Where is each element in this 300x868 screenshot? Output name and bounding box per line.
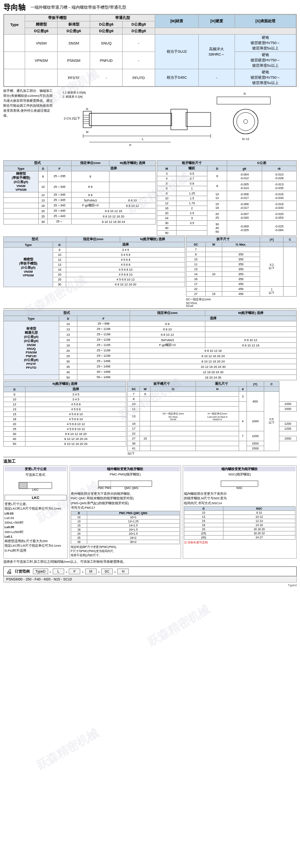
t1-350b: 350 [222,257,260,262]
s-d50: 50 [59,375,77,380]
h-d4a: 4 [239,412,247,431]
f-295: 25～295 [48,171,71,182]
p16: 2 [177,206,207,211]
d30-50: 304050 [207,221,227,236]
p20: 2.5 [177,211,207,216]
f-345c: 25～345 [48,198,71,203]
pmc-r3: 15 [71,524,87,528]
type-empty-row6 [4,219,39,225]
left-table-wrapper: 型式 指定单位1mm M(粗牙螺纹) 选择 Type D F 选择 [3,160,156,236]
nsc-th-d: D [184,506,223,510]
type-empty1 [25,69,58,87]
lkc-code: LKC [5,495,67,501]
p3: 0.5 [177,171,207,176]
h-sc8: 8 [128,397,140,402]
pmc-r7: 30 [71,540,87,544]
h-w-empty3 [140,402,151,407]
svg-point-20 [233,109,258,134]
g6-tol5: -0.007-0.020 [227,211,262,221]
h-H-note: H一指定单位1mmL≥H+d/2+6+Nx2.5H≥d/2+2 [196,412,239,421]
svg-text:QMC QMS: QMC QMS [124,487,139,490]
th-unit: 指定单位1mm [71,161,109,166]
sc17: 17 [186,282,206,287]
s-d40: 40 [59,370,77,375]
type-psnsm: PSNSM [58,52,90,69]
nsc-v6: 18 20 22 [223,531,295,535]
m6: 6 [157,186,177,191]
s-f1198a: 25～1198 [77,327,130,332]
svg-text:2-C0.2以下: 2-C0.2以下 [64,117,80,120]
d-25: 25 [38,214,48,219]
table-row4: N(粗牙螺纹) 选择 D 选择 83 4 5 103 4 5 124 5 6 8… [3,381,297,456]
sc11: 11 [186,262,206,267]
d20-25: 2025 [207,211,227,221]
svg-text:L: L [142,137,144,141]
g6-tol4: -0.006-0.017 [227,201,262,211]
p30: 3.5 [177,221,207,226]
pmc-desc: 将外螺纹部分变更为下表所示的细牙螺纹。 PMC-QMC:和组末螺纹的细牙螺纹细牙… [71,491,180,510]
th-type-n2: Type [4,242,53,248]
h-w-empty8 [140,431,151,436]
dash5: - [114,569,116,574]
left-text-content: 扳手槽、通孔加工部分、轴端加工部分(有效螺纹处±10mm)可抗击因为退火效应而导… [3,89,53,118]
pmc-v1: 10×1 [87,515,179,519]
sn-d15: 15 [4,412,26,417]
lkc-diagram: LKC [5,478,67,494]
nsc-section: 端内螺纹变更为细牙螺纹 NSC(细牙螺纹) NSC 端内螺纹部分变更为下表所示 … [183,466,297,559]
th-c2 [284,242,297,247]
table-row1: 型式 指定单位1mm M(粗牙螺纹) 选择 Type D F 选择 [3,160,297,236]
type-snuq: SNUQ [90,35,123,52]
svg-text:NSC: NSC [237,487,243,489]
th-m-choose: 选择 [71,166,156,171]
sc27: 27 [186,292,206,297]
std-handle-hole-table: 扳手槽尺寸 通孔尺寸 (Y) C SC W t1 H d [127,381,297,451]
h-w-empty10 [140,441,151,446]
sc14: 14 [186,272,206,277]
sn-40-sel: 8 10 12 16 20 24 [26,437,126,442]
s-d30: 30 [59,359,77,364]
s-cond2: F-g≥螺距×3 [130,343,205,348]
std-n-table: N(粗牙螺纹) 选择 D 选择 83 4 5 103 4 5 124 5 6 8… [3,381,126,447]
g6-tol6: -0.009-0.025 [227,221,262,236]
svg-rect-29 [98,481,152,487]
m-empty [109,171,156,182]
nsc-v7: 24 27 [223,535,295,539]
th-sc2: SC [128,387,140,392]
w10: 10 [205,272,222,277]
standard-header: 标准型 [58,21,90,28]
type-empty-row3 [4,203,39,208]
sn-d12: 12 [4,402,26,407]
bottom-note: 选择多个可选加工时,加工部位之间隔间隔2mm以上。可添加工时称给导致硬度降低。 [3,560,297,564]
f-445: 25～445 [48,208,71,214]
h-w-empty4 [140,407,151,412]
pmc-title: 端外螺纹变更为粗牙螺纹 [71,467,180,471]
s-m6-8a: 6 8 [130,321,205,327]
h-y1500b: 1500 [247,441,264,446]
main-content: 扳手槽、通孔加工部分、轴端加工部分(有效螺纹处±10mm)可抗击因为退火效应而导… [3,89,297,159]
th-type2: Type [4,166,39,171]
type-n-label: 精密型(带扳手槽型)(D公差g5)VNSMVPNSM [4,248,53,287]
material-header: [M]材质 [155,15,199,28]
th-m-s: M(粗牙螺纹) 选择 [205,311,296,316]
nsc-note: 注:非标长度可定制 [184,540,295,545]
th-g6: g6 [227,166,262,171]
s-f1498c: 40～1498 [77,370,130,375]
s-f1198d: 25～1198 [77,348,130,353]
h-w-empty7 [140,426,151,431]
th-t12: t1 [151,387,196,392]
nsc-v1: 8 10 [223,510,295,515]
w-empty1 [205,247,222,252]
th-type-n: 型式 [4,237,66,242]
processing-section: 变更L尺寸公差 可选加工形式 LKC LKC 变更L尺寸公差,指定LKC时,LR… [3,466,297,559]
h-t1-empty11 [151,446,196,451]
dense-header: 精密型 [25,21,58,28]
g6-tol3: -0.006-0.017 [227,191,262,201]
type-empty-row4 [4,208,39,214]
watermark-6: 跃森精密机械 [145,602,212,650]
s-f998: 25～998 [77,321,130,327]
th-d: D [38,166,48,171]
nsc-r2: 13 [184,515,223,519]
th-n-std-choose: 选择 [26,387,126,392]
pmc-v4: 16×1.5 [87,528,179,532]
order-type: TypeD [33,569,48,574]
